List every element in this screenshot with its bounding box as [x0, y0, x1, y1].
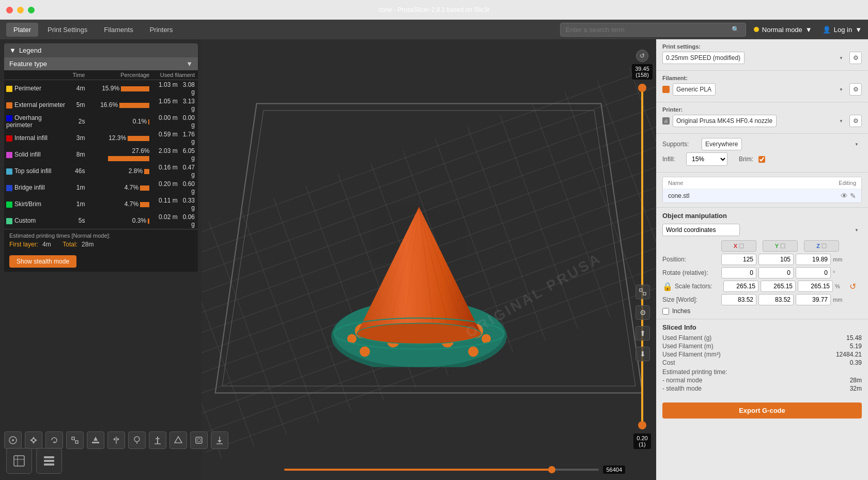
object-visibility-button[interactable]: 👁	[841, 192, 848, 200]
legend-color-swatch	[6, 135, 12, 142]
export-gcode-button[interactable]: Export G-code	[662, 402, 862, 419]
filament-edit-button[interactable]: ⚙	[849, 83, 862, 96]
zoom-fit-button[interactable]	[636, 285, 650, 299]
estimated-times: Estimated printing times [Normal mode]: …	[4, 229, 198, 251]
3d-model	[321, 181, 517, 368]
layer-handle-bottom[interactable]	[638, 421, 646, 429]
filament-mm3-value: 12484.21	[836, 351, 862, 358]
navbar: Plater Print Settings Filaments Printers…	[0, 20, 868, 39]
svg-point-1	[12, 439, 14, 441]
print-settings-edit-button[interactable]: ⚙	[849, 52, 862, 64]
size-y-input[interactable]	[758, 294, 794, 305]
legend-row-filament: 1.03 m 3.08 g	[152, 80, 198, 97]
login-button[interactable]: 👤 Log in ▼	[823, 26, 862, 34]
print-settings-select[interactable]: 0.25mm SPEED (modified)	[662, 52, 745, 64]
legend-bar	[108, 156, 149, 161]
printer-select-wrap: Original Prusa MK4S HF0.4 nozzle	[673, 115, 846, 127]
axis-z-button[interactable]: Z	[804, 240, 839, 252]
tool-support[interactable]	[149, 431, 166, 449]
cost-label: Cost	[662, 359, 675, 366]
rotate-x-input[interactable]	[721, 267, 756, 278]
maximize-button[interactable]	[28, 7, 35, 13]
layer-slider[interactable]: ↺ 39.45 (158) 0.20 (1)	[634, 50, 650, 449]
legend-row-filament: 0.20 m 0.60 g	[152, 179, 198, 196]
upload-button[interactable]: ⬆	[636, 326, 650, 340]
tool-hollow[interactable]	[190, 431, 208, 449]
search-bar: 🔍	[560, 23, 739, 37]
size-z-input[interactable]	[796, 294, 831, 305]
supports-section: Supports: Everywhere Infill: 15% Brim:	[656, 134, 868, 173]
tool-scale[interactable]	[66, 431, 84, 449]
scale-lock-icon: 🔒	[662, 282, 673, 291]
legend-title: Legend	[19, 47, 41, 54]
world-coordinates-select[interactable]: World coordinates	[662, 224, 740, 236]
stealth-mode-button[interactable]: Show stealth mode	[9, 255, 76, 268]
layer-up-button[interactable]: ↺	[636, 50, 648, 62]
window-title: cone - PrusaSlicer-2.8.1 based on Slic3r	[379, 6, 490, 13]
close-button[interactable]	[6, 7, 13, 13]
position-x-input[interactable]	[721, 254, 756, 265]
tab-plater[interactable]: Plater	[6, 23, 38, 37]
printer-edit-button[interactable]: ⚙	[849, 115, 862, 127]
axis-x-button[interactable]: X	[721, 240, 756, 252]
tool-rotate[interactable]	[45, 431, 63, 449]
scale-reset-button[interactable]: ↺	[847, 281, 858, 291]
rotate-y-input[interactable]	[758, 267, 794, 278]
download-button[interactable]: ⬇	[636, 347, 650, 361]
view-layers-button[interactable]	[36, 448, 62, 474]
supports-select[interactable]: Everywhere	[702, 138, 742, 150]
view-3d-button[interactable]	[6, 448, 32, 474]
position-z-input[interactable]	[796, 254, 831, 265]
legend-row-pct: 12.3%	[88, 130, 152, 146]
feature-type-dropdown-icon: ▼	[186, 60, 193, 68]
stealth-mode-row: - stealth mode 32m	[662, 385, 862, 392]
feature-type-row[interactable]: Feature type ▼	[4, 57, 198, 70]
layer-track[interactable]	[641, 84, 643, 429]
object-list-item[interactable]: cone.stl 👁 ✎	[663, 189, 861, 203]
minimize-button[interactable]	[17, 7, 24, 13]
tab-filaments[interactable]: Filaments	[97, 23, 140, 37]
axis-y-button[interactable]: Y	[763, 240, 798, 252]
legend-row: Top solid infill 46s 2.8% 0.16 m 0.47 g	[4, 163, 198, 179]
legend-row-time: 3m	[70, 130, 88, 146]
legend-row-label: Internal infill	[4, 130, 70, 146]
filament-select[interactable]: Generic PLA	[673, 83, 716, 96]
viewport[interactable]: ORIGINAL PRUSA ↺ 39.45 (158) 0.20 (1) ⚙ …	[202, 39, 656, 480]
inches-checkbox[interactable]	[662, 308, 669, 315]
legend-color-swatch	[6, 202, 12, 208]
tool-paint[interactable]	[128, 431, 146, 449]
size-x-input[interactable]	[721, 294, 756, 305]
tool-split[interactable]	[107, 431, 125, 449]
svg-marker-14	[117, 438, 119, 441]
bottom-handle[interactable]	[548, 466, 555, 473]
scale-x-input[interactable]	[723, 281, 758, 292]
rotate-z-input[interactable]	[796, 267, 831, 278]
mode-selector[interactable]: Normal mode ▼	[754, 26, 812, 34]
tool-download[interactable]	[211, 431, 228, 449]
bottom-slider[interactable]: 56404	[284, 466, 625, 474]
position-y-input[interactable]	[758, 254, 794, 265]
printer-select[interactable]: Original Prusa MK4S HF0.4 nozzle	[673, 115, 777, 127]
normal-mode-value: 28m	[850, 377, 862, 384]
tab-print-settings[interactable]: Print Settings	[40, 23, 95, 37]
scale-z-input[interactable]	[798, 281, 833, 292]
legend-row-label: Overhang perimeter	[4, 113, 70, 130]
tool-move[interactable]	[25, 431, 42, 449]
legend-bar	[148, 219, 149, 224]
object-actions: 👁 ✎	[841, 192, 856, 200]
tool-select[interactable]	[4, 431, 22, 449]
brim-checkbox[interactable]	[758, 156, 765, 163]
scale-y-input[interactable]	[761, 281, 796, 292]
tool-seam[interactable]	[169, 431, 187, 449]
search-input[interactable]	[560, 23, 746, 37]
legend-row-time: 8m	[70, 146, 88, 163]
tool-place[interactable]	[87, 431, 104, 449]
filament-section: Filament: Generic PLA ⚙	[656, 71, 868, 102]
settings-button[interactable]: ⚙	[636, 305, 650, 320]
object-edit-button[interactable]: ✎	[850, 192, 856, 200]
filament-mm3-label: Used Filament (mm³)	[662, 351, 721, 358]
legend-row-time: 46s	[70, 163, 88, 179]
infill-select[interactable]: 15%	[686, 152, 727, 166]
layer-handle-top[interactable]	[638, 84, 646, 92]
tab-printers[interactable]: Printers	[143, 23, 180, 37]
